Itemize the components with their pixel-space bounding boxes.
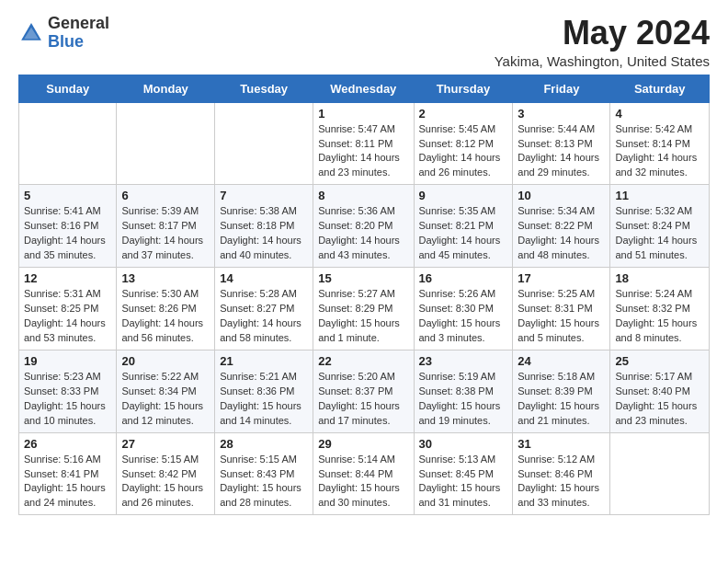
day-number: 4 xyxy=(615,107,704,121)
day-number: 15 xyxy=(318,271,408,285)
table-row: 6Sunrise: 5:39 AM Sunset: 8:17 PM Daylig… xyxy=(117,185,215,268)
col-thursday: Thursday xyxy=(414,75,513,102)
table-row: 18Sunrise: 5:24 AM Sunset: 8:32 PM Dayli… xyxy=(610,268,710,350)
day-number: 8 xyxy=(318,189,408,202)
table-row xyxy=(610,432,710,515)
table-row: 27Sunrise: 5:15 AM Sunset: 8:42 PM Dayli… xyxy=(117,432,215,515)
table-row: 21Sunrise: 5:21 AM Sunset: 8:36 PM Dayli… xyxy=(215,350,313,432)
day-info: Sunrise: 5:15 AM Sunset: 8:42 PM Dayligh… xyxy=(121,453,210,511)
day-number: 6 xyxy=(121,189,210,202)
day-number: 25 xyxy=(615,354,704,368)
day-info: Sunrise: 5:23 AM Sunset: 8:33 PM Dayligh… xyxy=(24,370,111,429)
day-number: 9 xyxy=(419,189,508,202)
day-number: 14 xyxy=(220,271,308,285)
logo-text: General Blue xyxy=(48,15,109,52)
day-info: Sunrise: 5:12 AM Sunset: 8:46 PM Dayligh… xyxy=(518,453,605,511)
day-number: 2 xyxy=(419,107,508,121)
day-info: Sunrise: 5:16 AM Sunset: 8:41 PM Dayligh… xyxy=(24,453,111,511)
table-row: 15Sunrise: 5:27 AM Sunset: 8:29 PM Dayli… xyxy=(313,268,414,350)
day-number: 17 xyxy=(518,271,605,285)
table-row: 4Sunrise: 5:42 AM Sunset: 8:14 PM Daylig… xyxy=(610,102,710,185)
day-number: 27 xyxy=(121,437,210,451)
col-wednesday: Wednesday xyxy=(313,75,414,102)
table-row: 28Sunrise: 5:15 AM Sunset: 8:43 PM Dayli… xyxy=(215,432,313,515)
day-info: Sunrise: 5:36 AM Sunset: 8:20 PM Dayligh… xyxy=(318,204,408,263)
day-info: Sunrise: 5:13 AM Sunset: 8:45 PM Dayligh… xyxy=(419,453,508,511)
table-row: 31Sunrise: 5:12 AM Sunset: 8:46 PM Dayli… xyxy=(513,432,610,515)
day-info: Sunrise: 5:41 AM Sunset: 8:16 PM Dayligh… xyxy=(24,204,111,263)
day-info: Sunrise: 5:26 AM Sunset: 8:30 PM Dayligh… xyxy=(419,287,508,346)
day-info: Sunrise: 5:25 AM Sunset: 8:31 PM Dayligh… xyxy=(518,287,605,346)
day-number: 11 xyxy=(615,189,704,202)
day-number: 20 xyxy=(121,354,210,368)
table-row: 30Sunrise: 5:13 AM Sunset: 8:45 PM Dayli… xyxy=(414,432,513,515)
col-monday: Monday xyxy=(117,75,215,102)
table-row: 2Sunrise: 5:45 AM Sunset: 8:12 PM Daylig… xyxy=(414,102,513,185)
table-row: 12Sunrise: 5:31 AM Sunset: 8:25 PM Dayli… xyxy=(19,268,117,350)
calendar-week-row: 19Sunrise: 5:23 AM Sunset: 8:33 PM Dayli… xyxy=(19,350,710,432)
day-info: Sunrise: 5:21 AM Sunset: 8:36 PM Dayligh… xyxy=(220,370,308,429)
calendar-week-row: 12Sunrise: 5:31 AM Sunset: 8:25 PM Dayli… xyxy=(19,268,710,350)
logo-general-text: General xyxy=(48,15,109,33)
day-info: Sunrise: 5:35 AM Sunset: 8:21 PM Dayligh… xyxy=(419,204,508,263)
day-info: Sunrise: 5:32 AM Sunset: 8:24 PM Dayligh… xyxy=(615,204,704,263)
col-friday: Friday xyxy=(513,75,610,102)
day-number: 23 xyxy=(419,354,508,368)
title-block: May 2024 Yakima, Washington, United Stat… xyxy=(495,15,710,69)
calendar-week-row: 1Sunrise: 5:47 AM Sunset: 8:11 PM Daylig… xyxy=(19,102,710,185)
day-number: 5 xyxy=(24,189,111,202)
page: General Blue May 2024 Yakima, Washington… xyxy=(0,0,728,530)
table-row: 29Sunrise: 5:14 AM Sunset: 8:44 PM Dayli… xyxy=(313,432,414,515)
day-number: 22 xyxy=(318,354,408,368)
table-row: 17Sunrise: 5:25 AM Sunset: 8:31 PM Dayli… xyxy=(513,268,610,350)
day-info: Sunrise: 5:14 AM Sunset: 8:44 PM Dayligh… xyxy=(318,453,408,511)
day-info: Sunrise: 5:31 AM Sunset: 8:25 PM Dayligh… xyxy=(24,287,111,346)
table-row: 24Sunrise: 5:18 AM Sunset: 8:39 PM Dayli… xyxy=(513,350,610,432)
table-row: 25Sunrise: 5:17 AM Sunset: 8:40 PM Dayli… xyxy=(610,350,710,432)
day-info: Sunrise: 5:47 AM Sunset: 8:11 PM Dayligh… xyxy=(318,122,408,181)
day-number: 3 xyxy=(518,107,605,121)
table-row: 5Sunrise: 5:41 AM Sunset: 8:16 PM Daylig… xyxy=(19,185,117,268)
day-info: Sunrise: 5:34 AM Sunset: 8:22 PM Dayligh… xyxy=(518,204,605,263)
day-info: Sunrise: 5:44 AM Sunset: 8:13 PM Dayligh… xyxy=(518,122,605,181)
table-row: 26Sunrise: 5:16 AM Sunset: 8:41 PM Dayli… xyxy=(19,432,117,515)
day-info: Sunrise: 5:15 AM Sunset: 8:43 PM Dayligh… xyxy=(220,453,308,511)
calendar-table: Sunday Monday Tuesday Wednesday Thursday… xyxy=(18,75,710,516)
table-row xyxy=(19,102,117,185)
col-sunday: Sunday xyxy=(19,75,117,102)
day-number: 10 xyxy=(518,189,605,202)
col-saturday: Saturday xyxy=(610,75,710,102)
subtitle: Yakima, Washington, United States xyxy=(495,53,710,69)
logo: General Blue xyxy=(18,15,109,52)
day-info: Sunrise: 5:45 AM Sunset: 8:12 PM Dayligh… xyxy=(419,122,508,181)
day-number: 31 xyxy=(518,437,605,451)
logo-icon xyxy=(18,20,44,46)
table-row: 8Sunrise: 5:36 AM Sunset: 8:20 PM Daylig… xyxy=(313,185,414,268)
table-row xyxy=(215,102,313,185)
day-number: 26 xyxy=(24,437,111,451)
day-info: Sunrise: 5:42 AM Sunset: 8:14 PM Dayligh… xyxy=(615,122,704,181)
day-info: Sunrise: 5:30 AM Sunset: 8:26 PM Dayligh… xyxy=(121,287,210,346)
table-row: 3Sunrise: 5:44 AM Sunset: 8:13 PM Daylig… xyxy=(513,102,610,185)
day-number: 24 xyxy=(518,354,605,368)
day-info: Sunrise: 5:39 AM Sunset: 8:17 PM Dayligh… xyxy=(121,204,210,263)
table-row: 13Sunrise: 5:30 AM Sunset: 8:26 PM Dayli… xyxy=(117,268,215,350)
table-row: 16Sunrise: 5:26 AM Sunset: 8:30 PM Dayli… xyxy=(414,268,513,350)
table-row: 23Sunrise: 5:19 AM Sunset: 8:38 PM Dayli… xyxy=(414,350,513,432)
table-row: 20Sunrise: 5:22 AM Sunset: 8:34 PM Dayli… xyxy=(117,350,215,432)
day-number: 12 xyxy=(24,271,111,285)
day-number: 30 xyxy=(419,437,508,451)
calendar-week-row: 5Sunrise: 5:41 AM Sunset: 8:16 PM Daylig… xyxy=(19,185,710,268)
day-number: 16 xyxy=(419,271,508,285)
day-number: 29 xyxy=(318,437,408,451)
day-info: Sunrise: 5:22 AM Sunset: 8:34 PM Dayligh… xyxy=(121,370,210,429)
day-number: 28 xyxy=(220,437,308,451)
day-info: Sunrise: 5:19 AM Sunset: 8:38 PM Dayligh… xyxy=(419,370,508,429)
day-number: 1 xyxy=(318,107,408,121)
day-info: Sunrise: 5:27 AM Sunset: 8:29 PM Dayligh… xyxy=(318,287,408,346)
table-row: 11Sunrise: 5:32 AM Sunset: 8:24 PM Dayli… xyxy=(610,185,710,268)
logo-blue-text: Blue xyxy=(48,33,109,52)
day-number: 19 xyxy=(24,354,111,368)
day-number: 7 xyxy=(220,189,308,202)
table-row: 22Sunrise: 5:20 AM Sunset: 8:37 PM Dayli… xyxy=(313,350,414,432)
